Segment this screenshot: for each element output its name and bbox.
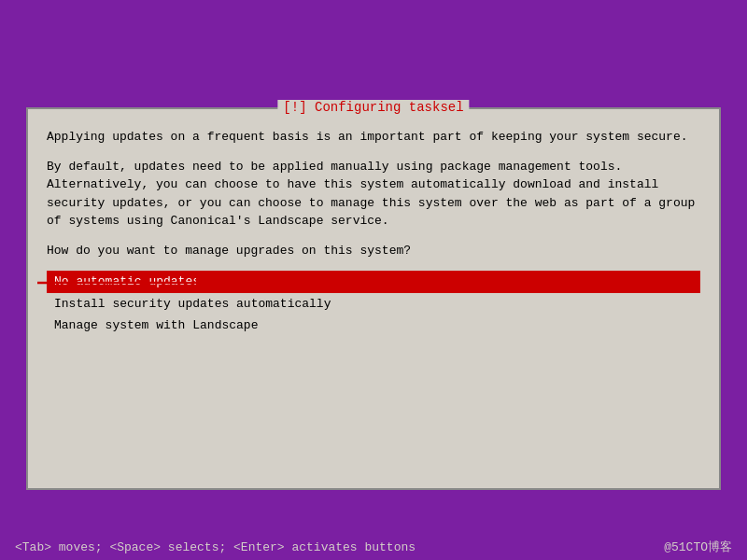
dialog-content: Applying updates on a frequent basis is …: [28, 109, 719, 356]
dialog-title: [!] Configuring tasksel: [277, 100, 469, 115]
dialog-title-bracket-open: [!]: [283, 100, 306, 115]
svg-marker-1: [196, 277, 210, 288]
upgrade-question: How do you want to manage upgrades on th…: [47, 242, 700, 260]
red-arrow-icon: [37, 273, 224, 293]
dialog-title-text: Configuring tasksel: [315, 100, 464, 115]
dialog-wrapper: [!] Configuring tasksel Applying updates…: [26, 107, 721, 490]
paragraph-2: By default, updates need to be applied m…: [47, 158, 700, 231]
watermark-text: @51CTO博客: [664, 539, 732, 555]
status-text: <Tab> moves; <Space> selects; <Enter> ac…: [15, 540, 416, 554]
paragraph-1: Applying updates on a frequent basis is …: [47, 128, 700, 147]
list-item-security-updates[interactable]: Install security updates automatically: [47, 293, 700, 315]
list-item-landscape[interactable]: Manage system with Landscape: [47, 315, 700, 337]
list-area: No automatic updates Install security up…: [47, 271, 700, 337]
dialog-box: [!] Configuring tasksel Applying updates…: [26, 107, 721, 490]
screen: [!] Configuring tasksel Applying updates…: [0, 0, 747, 560]
status-bar: <Tab> moves; <Space> selects; <Enter> ac…: [0, 534, 747, 560]
